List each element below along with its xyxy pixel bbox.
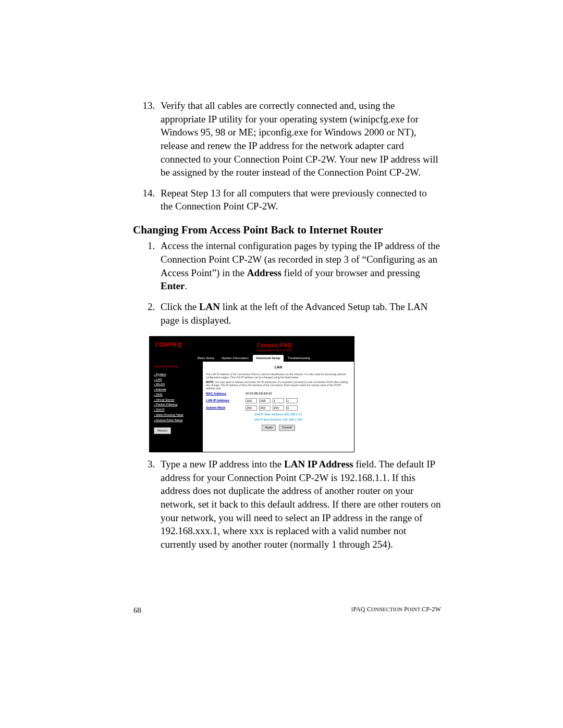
sidebar-item-access-point-setup[interactable]: › Access Point Setup (154, 418, 199, 423)
sidebar-item-internet[interactable]: › Internet (154, 387, 199, 392)
product-title: Compaq iPAQ (200, 342, 349, 349)
router-tabs: Basic Setup System Information Advanced … (150, 355, 354, 362)
step-3: Type a new IP address into the LAN IP Ad… (157, 458, 441, 551)
mac-address-link[interactable]: MAC Address (206, 392, 246, 396)
step-3-bold-lan-ip: LAN IP Address (284, 459, 353, 470)
page-footer: 68 iPAQ CONNECTION POINT CP-2W (133, 605, 441, 615)
dhcp-end-address: DHCP End Address 192.168.1.254 (206, 418, 351, 422)
router-body: Advanced Setup › System › LAN › WLAN › I… (150, 362, 354, 452)
page-content: Verify that all cables are correctly con… (133, 99, 441, 561)
post-figure-steps-list: Type a new IP address into the LAN IP Ad… (133, 458, 441, 551)
step-14: Repeat Step 13 for all computers that we… (157, 187, 441, 213)
router-window: COMPAQ Compaq iPAQ Connection Point CP-2… (149, 336, 354, 452)
content-panel: LAN The LAN IP address of the Connection… (203, 362, 354, 452)
footer-c: P (404, 606, 408, 613)
step-1-text-c: . (185, 280, 187, 291)
panel-description: The LAN IP address of the Connection Poi… (206, 373, 351, 379)
step-1-bold-address: Address (247, 267, 282, 278)
page-number: 68 (133, 605, 141, 615)
step-13: Verify that all cables are correctly con… (157, 99, 441, 179)
footer-a: iPAQ C (351, 606, 371, 613)
tab-troubleshooting[interactable]: Troubleshooting (285, 355, 313, 362)
subnet-octet-3[interactable] (273, 405, 284, 411)
note-text: You may need to release and renew the IP… (206, 380, 348, 390)
footer-product: iPAQ CONNECTION POINT CP-2W (351, 605, 441, 615)
panel-title: LAN (206, 365, 351, 369)
subnet-octet-4[interactable] (286, 405, 298, 411)
footer-d: OINT (408, 607, 422, 612)
router-header: COMPAQ Compaq iPAQ Connection Point CP-2… (150, 337, 354, 354)
step-2-text-a: Click the (161, 301, 199, 312)
tab-advanced-setup[interactable]: Advanced Setup (253, 355, 284, 362)
subnet-octet-2[interactable] (259, 405, 271, 411)
step-3-text-b: field. The default IP address for your C… (161, 459, 441, 550)
button-row: Apply Cancel (206, 425, 351, 431)
router-screenshot-figure: COMPAQ Compaq iPAQ Connection Point CP-2… (149, 336, 441, 452)
step-1: Access the internal configuration pages … (157, 239, 441, 293)
sidebar-item-dhcp[interactable]: › DHCP (154, 408, 199, 413)
lan-ip-octet-1[interactable] (246, 398, 257, 403)
subnet-mask-link[interactable]: Subnet Mask (206, 406, 246, 410)
subnet-octet-1[interactable] (246, 405, 257, 411)
lan-ip-address-link[interactable]: LAN IP Address (206, 399, 246, 403)
reboot-button[interactable]: Reboot (154, 427, 171, 435)
lan-ip-octet-3[interactable] (273, 398, 284, 403)
top-steps-list: Verify that all cables are correctly con… (133, 99, 441, 213)
row-mac: MAC Address 00:50:8B:E8:E8:93 (206, 392, 351, 396)
sidebar-item-wlan[interactable]: › WLAN (154, 382, 199, 387)
step-3-text-a: Type a new IP address into the (161, 459, 284, 470)
sidebar-item-lan[interactable]: › LAN (154, 377, 199, 382)
mac-address-value: 00:50:8B:E8:E8:93 (246, 392, 272, 396)
lan-ip-octet-2[interactable] (259, 398, 271, 403)
product-title-area: Compaq iPAQ Connection Point CP-2W (200, 341, 349, 353)
sidebar: Advanced Setup › System › LAN › WLAN › I… (150, 362, 203, 452)
product-subtitle: Connection Point CP-2W (200, 349, 349, 353)
footer-e: CP-2W (422, 606, 441, 613)
sidebar-item-packet-filtering[interactable]: › Packet Filtering (154, 402, 199, 408)
sidebar-item-dmz[interactable]: › DMZ (154, 392, 199, 398)
lan-ip-octet-4[interactable] (286, 398, 298, 403)
tab-basic-setup[interactable]: Basic Setup (194, 355, 217, 362)
mid-steps-list: Access the internal configuration pages … (133, 239, 441, 327)
subheading: Changing From Access Point Back to Inter… (133, 223, 441, 237)
dhcp-start-address: DHCP Start Address 192.168.1.11 (206, 413, 351, 417)
brand-logo: COMPAQ (155, 341, 200, 353)
step-2: Click the LAN link at the left of the Ad… (157, 300, 441, 327)
sidebar-item-system[interactable]: › System (154, 372, 199, 377)
step-1-text-b: field of your browser and pressing (282, 267, 420, 278)
cancel-button[interactable]: Cancel (279, 425, 295, 431)
row-lan-ip: LAN IP Address (206, 398, 351, 403)
sidebar-item-static-routing[interactable]: › Static Routing Table (154, 413, 199, 418)
step-1-bold-enter: Enter (161, 280, 185, 291)
row-subnet: Subnet Mask (206, 405, 351, 411)
sidebar-item-virtual-server[interactable]: › Virtual Server (154, 398, 199, 403)
step-2-bold-lan: LAN (199, 301, 220, 312)
footer-b: ONNECTION (371, 607, 404, 612)
sidebar-heading: Advanced Setup (154, 365, 199, 369)
panel-note: NOTE: You may need to release and renew … (206, 380, 351, 390)
tab-system-information[interactable]: System Information (218, 355, 252, 362)
apply-button[interactable]: Apply (262, 425, 276, 431)
